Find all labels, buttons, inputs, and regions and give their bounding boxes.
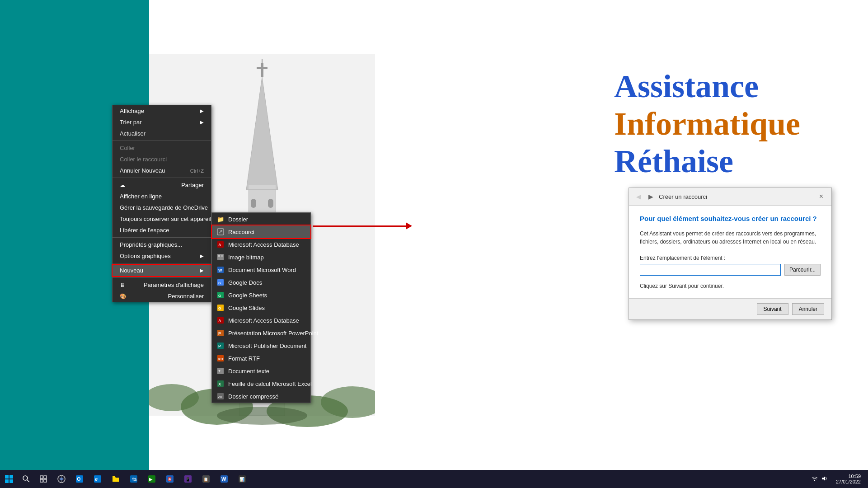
menu-nouveau[interactable]: Nouveau ▶ bbox=[113, 265, 211, 276]
outlook-button[interactable]: O bbox=[70, 470, 89, 488]
menu-afficher-ligne[interactable]: Afficher en ligne bbox=[113, 191, 211, 202]
submenu-access-db2[interactable]: A Microsoft Access Database bbox=[212, 314, 310, 327]
gslides-icon: G bbox=[216, 304, 225, 312]
bitmap-icon bbox=[216, 253, 225, 261]
menu-gerer-sauvegarde[interactable]: Gérer la sauvegarde de OneDrive bbox=[113, 202, 211, 213]
svg-point-53 bbox=[23, 476, 28, 480]
title-block: Assistance Informatique Réthaise bbox=[614, 68, 800, 180]
svg-rect-51 bbox=[5, 479, 9, 483]
submenu-publisher[interactable]: P Microsoft Publisher Document bbox=[212, 339, 310, 352]
menu-liberer[interactable]: Libérer de l'espace bbox=[113, 225, 211, 236]
zip-icon: ZIP bbox=[216, 392, 225, 400]
app11-button[interactable]: 📊 bbox=[233, 470, 251, 488]
menu-coller-raccourci: Coller le raccourci bbox=[113, 154, 211, 165]
taskbar-time-display: 10:59 bbox=[836, 474, 861, 479]
menu-proprietes-graphiques[interactable]: Propriétés graphiques... bbox=[113, 239, 211, 250]
menu-parametres[interactable]: 🖥 Paramètres d'affichage bbox=[113, 279, 211, 291]
app9-button[interactable]: 📋 bbox=[197, 470, 215, 488]
search-button[interactable] bbox=[18, 470, 34, 488]
desktop: Assistance Informatique Réthaise Afficha… bbox=[0, 0, 868, 488]
svg-text:📋: 📋 bbox=[203, 477, 209, 482]
svg-rect-52 bbox=[9, 479, 13, 483]
menu-trier[interactable]: Trier par ▶ bbox=[113, 117, 211, 128]
submenu-dossier[interactable]: 📁 Dossier bbox=[212, 213, 310, 225]
svg-text:W: W bbox=[218, 268, 222, 272]
submenu-google-docs[interactable]: G Google Docs bbox=[212, 276, 310, 289]
submenu-excel[interactable]: X Feuille de calcul Microsoft Excel bbox=[212, 377, 310, 390]
menu-personnaliser[interactable]: 🎨 Personnaliser bbox=[113, 291, 211, 302]
submenu-google-sheets[interactable]: G Google Sheets bbox=[212, 289, 310, 301]
gsheets-icon: G bbox=[216, 291, 225, 299]
svg-rect-7 bbox=[268, 199, 273, 208]
arrow-line bbox=[313, 225, 406, 227]
word-icon: W bbox=[216, 266, 225, 274]
svg-text:O: O bbox=[77, 476, 81, 482]
dialog-description: Cet Assistant vous permet de créer des r… bbox=[640, 230, 821, 246]
svg-text:G: G bbox=[218, 306, 221, 310]
volume-icon bbox=[821, 474, 829, 484]
dialog-forward-button[interactable]: ▶ bbox=[647, 192, 655, 201]
menu-partager[interactable]: ☁ Partager bbox=[113, 179, 211, 191]
menu-coller: Coller bbox=[113, 142, 211, 154]
svg-text:W: W bbox=[221, 476, 226, 482]
edge-button[interactable]: e bbox=[89, 470, 107, 488]
menu-actualiser[interactable]: Actualiser bbox=[113, 128, 211, 139]
app6-button[interactable]: ▶ bbox=[143, 470, 161, 488]
start-button[interactable] bbox=[0, 470, 18, 488]
dialog-back-button[interactable]: ◀ bbox=[634, 192, 643, 201]
separator-1 bbox=[113, 141, 211, 141]
submenu-access-db[interactable]: A Microsoft Access Database bbox=[212, 238, 310, 251]
menu-options-graphiques[interactable]: Options graphiques ▶ bbox=[113, 250, 211, 262]
submenu-ppt[interactable]: P Présentation Microsoft PowerPoint bbox=[212, 327, 310, 339]
chrome-button[interactable] bbox=[52, 470, 70, 488]
svg-rect-26 bbox=[221, 255, 223, 257]
submenu-rtf[interactable]: RTF Format RTF bbox=[212, 352, 310, 365]
svg-rect-50 bbox=[9, 475, 13, 479]
red-arrow bbox=[313, 221, 412, 230]
arrow-head bbox=[406, 222, 412, 230]
explorer-button[interactable] bbox=[107, 470, 125, 488]
submenu-google-slides[interactable]: G Google Slides bbox=[212, 301, 310, 314]
taskbar: O e 🛍 ▶ 📮 📱 📋 W bbox=[0, 470, 868, 488]
submenu-nouveau: 📁 Dossier Raccourci A Microsoft Access D… bbox=[211, 212, 311, 403]
svg-rect-57 bbox=[40, 479, 43, 482]
svg-text:G: G bbox=[218, 294, 221, 298]
svg-text:A: A bbox=[218, 243, 221, 247]
dialog-hint: Cliquez sur Suivant pour continuer. bbox=[640, 283, 821, 289]
submenu-word-doc[interactable]: W Document Microsoft Word bbox=[212, 263, 310, 276]
svg-rect-15 bbox=[257, 67, 267, 69]
taskbar-clock[interactable]: 10:59 27/01/2022 bbox=[832, 472, 864, 486]
svg-point-81 bbox=[814, 479, 815, 480]
app8-button[interactable]: 📱 bbox=[179, 470, 197, 488]
menu-toujours-conserver[interactable]: Toujours conserver sur cet appareil bbox=[113, 213, 211, 225]
dialog-cancel-button[interactable]: Annuler bbox=[792, 303, 824, 315]
title-line1: Assistance bbox=[614, 68, 800, 105]
shortcut-icon bbox=[216, 228, 225, 236]
separator-5 bbox=[113, 277, 211, 278]
folder-icon: 📁 bbox=[216, 215, 225, 223]
access-icon: A bbox=[216, 240, 225, 249]
menu-affichage[interactable]: Affichage ▶ bbox=[113, 105, 211, 117]
submenu-zip[interactable]: ZIP Dossier compressé bbox=[212, 390, 310, 403]
dialog-browse-button[interactable]: Parcourir... bbox=[784, 264, 821, 276]
svg-text:ZIP: ZIP bbox=[218, 395, 223, 399]
taskbar-date-display: 27/01/2022 bbox=[836, 479, 861, 484]
app7-button[interactable]: 📮 bbox=[161, 470, 179, 488]
title-line2: Informatique bbox=[614, 105, 800, 143]
svg-text:X: X bbox=[218, 382, 221, 386]
svg-rect-55 bbox=[40, 476, 43, 479]
dialog-next-button[interactable]: Suivant bbox=[757, 303, 788, 315]
store-button[interactable]: 🛍 bbox=[125, 470, 143, 488]
dialog-titlebar-left: ◀ ▶ Créer un raccourci bbox=[634, 192, 707, 201]
gdocs-icon: G bbox=[216, 278, 225, 286]
dialog-close-button[interactable]: × bbox=[816, 192, 826, 202]
submenu-image-bitmap[interactable]: Image bitmap bbox=[212, 251, 310, 263]
dialog-location-input[interactable] bbox=[640, 264, 781, 276]
submenu-texte[interactable]: T Document texte bbox=[212, 365, 310, 377]
dialog-input-label: Entrez l'emplacement de l'élément : bbox=[640, 255, 821, 261]
word-button[interactable]: W bbox=[215, 470, 233, 488]
search-icon bbox=[23, 475, 30, 483]
submenu-raccourci[interactable]: Raccourci bbox=[212, 225, 310, 238]
task-view-button[interactable] bbox=[34, 470, 52, 488]
menu-annuler-nouveau[interactable]: Annuler Nouveau Ctrl+Z bbox=[113, 165, 211, 176]
